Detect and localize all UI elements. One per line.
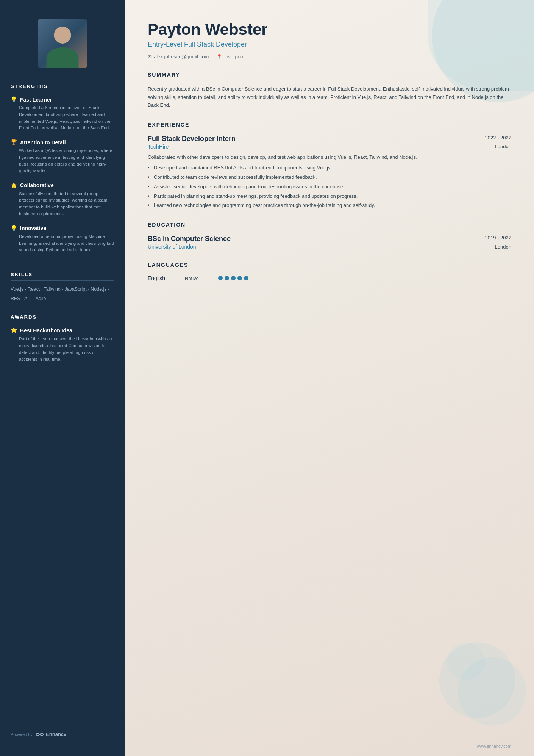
language-level: Native: [185, 275, 211, 281]
strength-desc-fast-learner: Completed a 6-month intensive Full Stack…: [11, 105, 114, 131]
experience-section: EXPERIENCE Full Stack Developer Intern 2…: [148, 122, 511, 210]
bullet-3: Assisted senior developers with debuggin…: [148, 183, 511, 191]
sidebar-footer: Powered by Enhancv: [0, 724, 125, 741]
edu-school-row: University of London London: [148, 244, 511, 250]
location-contact: 📍 Liverpool: [216, 54, 244, 59]
company-name: TechHire: [148, 144, 169, 150]
bullet-4: Participated in planning and stand-up me…: [148, 193, 511, 200]
powered-by-label: Powered by: [11, 732, 33, 737]
lang-dot-2: [225, 276, 229, 280]
strength-title-attention: Attention to Detail: [20, 139, 66, 146]
bullet-5: Learned new technologies and programming…: [148, 202, 511, 210]
strength-item-fast-learner: 💡 Fast Learner Completed a 6-month inten…: [11, 96, 114, 131]
trophy-icon: 🏆: [11, 139, 17, 146]
strengths-title: STRENGTHS: [11, 83, 114, 92]
location-value: Liverpool: [224, 54, 244, 59]
language-row: English Native: [148, 275, 511, 281]
awards-section: AWARDS ⭐ Best Hackathon Idea Part of the…: [0, 314, 125, 373]
strength-title-fast-learner: Fast Learner: [20, 97, 52, 103]
enhancv-logo: Enhancv: [36, 731, 66, 737]
strength-title-innovative: Innovative: [20, 225, 46, 231]
award-desc-hackathon: Part of the team that won the Hackathon …: [11, 336, 114, 363]
job-title: Full Stack Developer Intern: [148, 135, 236, 143]
lang-dot-4: [237, 276, 242, 280]
awards-title: AWARDS: [11, 314, 114, 323]
award-star-icon: ⭐: [11, 327, 17, 333]
job-dates: 2022 - 2022: [485, 135, 511, 141]
strength-item-collaborative: ⭐ Collaborative Successfully contributed…: [11, 182, 114, 218]
edu-location: London: [495, 244, 511, 250]
sidebar: STRENGTHS 💡 Fast Learner Completed a 6-m…: [0, 0, 125, 756]
main-footer: www.enhancv.com: [477, 744, 511, 748]
strength-title-collaborative: Collaborative: [20, 182, 54, 188]
languages-title: LANGUAGES: [148, 262, 511, 271]
email-icon: ✉: [148, 54, 152, 59]
strengths-section: STRENGTHS 💡 Fast Learner Completed a 6-m…: [0, 83, 125, 272]
lang-dot-3: [231, 276, 236, 280]
lang-dot-1: [218, 276, 223, 280]
skills-list: Vue.js · React · Tailwind · JavaScript ·…: [11, 285, 114, 304]
strength-item-innovative: 💡 Innovative Developed a personal projec…: [11, 225, 114, 254]
bulb2-icon: 💡: [11, 225, 17, 232]
edu-dates: 2019 - 2022: [485, 235, 511, 241]
decorative-blob-2: [458, 657, 526, 726]
award-item-hackathon: ⭐ Best Hackathon Idea Part of the team t…: [11, 327, 114, 363]
website-url: www.enhancv.com: [477, 744, 511, 748]
email-contact: ✉ alex.johnson@gmail.com: [148, 54, 209, 59]
education-title: EDUCATION: [148, 222, 511, 231]
language-dots: [218, 276, 248, 280]
avatar: [38, 19, 87, 68]
decorative-blob-3: [447, 642, 485, 680]
job-bullets: Developed and maintained RESTful APIs an…: [148, 164, 511, 210]
main-content: Payton Webster Entry-Level Full Stack De…: [125, 0, 534, 756]
star-icon: ⭐: [11, 182, 17, 189]
email-value: alex.johnson@gmail.com: [154, 54, 209, 59]
bullet-2: Contributed to team code reviews and suc…: [148, 174, 511, 182]
strength-item-attention: 🏆 Attention to Detail Worked as a QA tes…: [11, 139, 114, 174]
location-icon: 📍: [216, 54, 222, 59]
job-header: Full Stack Developer Intern 2022 - 2022: [148, 135, 511, 143]
experience-title: EXPERIENCE: [148, 122, 511, 131]
edu-header: BSc in Computer Science 2019 - 2022: [148, 235, 511, 243]
job-location: London: [495, 144, 511, 149]
language-name: English: [148, 275, 178, 281]
summary-title: SUMMARY: [148, 72, 511, 81]
award-title-hackathon: Best Hackathon Idea: [20, 327, 72, 333]
strength-desc-collaborative: Successfully contributed to several grou…: [11, 191, 114, 218]
avatar-area: [0, 0, 125, 83]
enhancv-brand-name: Enhancv: [46, 731, 66, 737]
strength-desc-attention: Worked as a QA tester during my studies,…: [11, 147, 114, 174]
summary-section: SUMMARY Recently graduated with a BSc in…: [148, 72, 511, 109]
education-section: EDUCATION BSc in Computer Science 2019 -…: [148, 222, 511, 250]
lang-dot-5: [244, 276, 248, 280]
summary-text: Recently graduated with a BSc in Compute…: [148, 85, 511, 109]
edu-school: University of London: [148, 244, 196, 250]
skills-section: SKILLS Vue.js · React · Tailwind · JavaS…: [0, 272, 125, 314]
languages-section: LANGUAGES English Native: [148, 262, 511, 281]
skills-title: SKILLS: [11, 272, 114, 281]
enhancv-logo-svg: [36, 732, 44, 737]
bullet-1: Developed and maintained RESTful APIs an…: [148, 164, 511, 172]
company-row: TechHire London: [148, 144, 511, 150]
job-summary: Collaborated with other developers to de…: [148, 153, 511, 161]
strength-desc-innovative: Developed a personal project using Machi…: [11, 233, 114, 254]
bulb-icon: 💡: [11, 96, 17, 103]
edu-degree: BSc in Computer Science: [148, 235, 231, 243]
